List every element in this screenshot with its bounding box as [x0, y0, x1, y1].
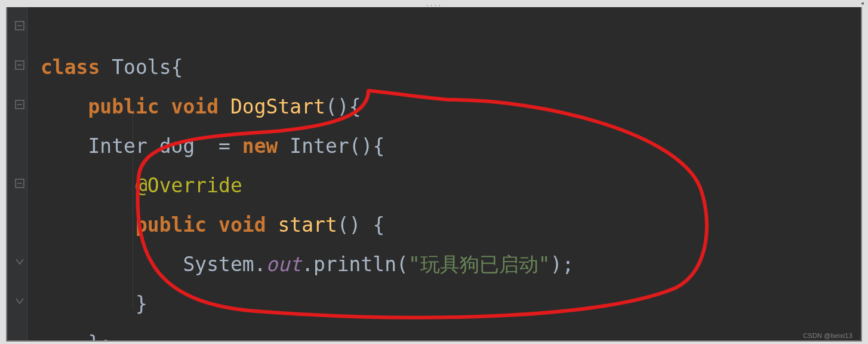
keyword-public: public [136, 213, 207, 236]
method-call: println [313, 253, 396, 276]
method-name: DogStart [230, 95, 325, 118]
keyword-void: void [218, 213, 266, 236]
type-name: Inter [88, 134, 147, 158]
brace: { [373, 213, 384, 236]
fold-toggle-icon[interactable] [14, 178, 25, 189]
semicolon: ; [562, 253, 574, 276]
dot: . [301, 253, 313, 276]
keyword-public: public [88, 95, 159, 118]
panel-resize-bar[interactable]: .... ◂ [0, 0, 868, 7]
parens: () [349, 134, 373, 158]
annotation-override: @Override [136, 174, 242, 197]
fold-toggle-icon[interactable] [14, 20, 25, 31]
brace: } [136, 292, 147, 315]
code-content[interactable]: class Tools{ public void DogStart(){ Int… [27, 7, 861, 340]
brace-semi: }; [88, 331, 112, 342]
method-name: start [278, 213, 337, 236]
grip-dots-icon: .... [426, 2, 442, 7]
parens: () [325, 95, 349, 118]
keyword-void: void [171, 95, 218, 118]
class-ref: System [183, 253, 254, 276]
code-editor[interactable]: class Tools{ public void DogStart(){ Int… [6, 7, 862, 342]
equals: = [218, 134, 230, 158]
dot: . [254, 253, 266, 276]
brace: { [373, 134, 384, 158]
field-out: out [266, 253, 302, 276]
brace: { [349, 95, 361, 118]
rparen: ) [550, 253, 562, 276]
watermark: CSDN @beixi13 [803, 332, 852, 339]
keyword-new: new [242, 134, 278, 158]
collapse-caret-icon[interactable]: ◂ [860, 0, 864, 7]
fold-toggle-icon[interactable] [14, 60, 25, 70]
fold-toggle-icon[interactable] [14, 99, 25, 110]
string-literal: "玩具狗已启动" [408, 253, 550, 276]
keyword-class: class [41, 56, 100, 79]
var-name: dog [159, 134, 195, 158]
ctor-name: Inter [290, 134, 349, 158]
editor-gutter [7, 7, 27, 340]
brace: { [171, 56, 183, 79]
parens: () [337, 213, 361, 236]
class-name: Tools [112, 56, 171, 79]
fold-end-icon[interactable] [14, 296, 25, 307]
lparen: ( [396, 253, 408, 276]
fold-end-icon[interactable] [14, 257, 25, 268]
